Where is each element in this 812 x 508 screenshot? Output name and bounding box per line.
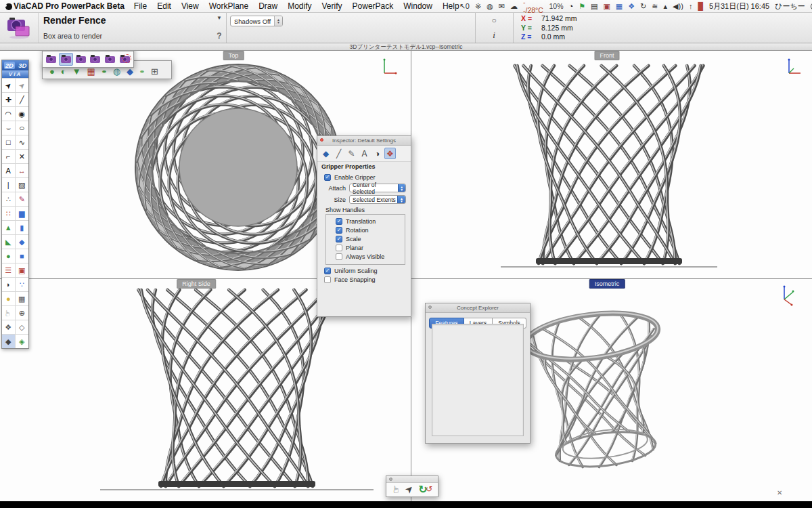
menu-workplane[interactable]: WorkPlane xyxy=(209,1,248,11)
dimension-tool[interactable]: ↔ xyxy=(16,163,29,177)
menubar-user-name[interactable]: ひーちー xyxy=(775,1,805,12)
menu-modify[interactable]: Modify xyxy=(288,1,311,11)
select-open-tool[interactable]: ➤ xyxy=(16,78,29,92)
viewport-label-right-side[interactable]: Right Side xyxy=(177,279,216,289)
ambient-light-icon[interactable]: ● xyxy=(49,67,55,76)
wireframe-view-tool[interactable]: ◇ xyxy=(16,320,29,334)
render-area-icon[interactable] xyxy=(118,53,132,66)
annotation-properties-icon[interactable]: ✎ xyxy=(346,148,357,159)
points-tool[interactable]: ∴ xyxy=(2,192,16,206)
view-palette-title-bar[interactable] xyxy=(386,476,438,483)
dropbox-icon[interactable]: ❖ xyxy=(628,3,635,10)
render-antialias-icon[interactable] xyxy=(103,53,117,66)
zoom-select-icon[interactable]: ➤ xyxy=(403,483,415,496)
kanji-app-icon[interactable]: ▣ xyxy=(603,3,610,10)
curve-tool[interactable]: ⌣ xyxy=(2,121,16,135)
enable-gripper-row[interactable]: ✓Enable Gripper xyxy=(324,174,411,181)
render-sphere-tool[interactable]: ● xyxy=(2,291,16,305)
pan-hand-icon[interactable]: ☞ xyxy=(391,485,401,494)
ime-app-icon[interactable]: ※ xyxy=(475,3,481,10)
stepper-icon[interactable]: ▲▼ xyxy=(274,16,282,26)
point-tool[interactable]: ✚ xyxy=(2,92,16,106)
text-properties-icon[interactable]: A xyxy=(359,148,370,159)
circle-app-icon[interactable]: ◔ xyxy=(569,3,574,10)
shadows-dropdown[interactable]: Shadows Off ▲▼ xyxy=(230,16,283,26)
sweep-tool[interactable]: ◆ xyxy=(16,234,29,249)
workplane-circle-button[interactable]: ○ xyxy=(491,16,496,25)
concept-explorer-list[interactable] xyxy=(432,324,524,436)
display-app-icon[interactable]: ▤ xyxy=(591,3,597,10)
wifi-icon[interactable]: ≋ xyxy=(652,3,658,10)
render-fence-tool-icon[interactable] xyxy=(0,13,39,43)
jp-flag-icon[interactable]: ▉ xyxy=(698,3,703,10)
viewport-label-top[interactable]: Top xyxy=(223,51,244,60)
shaded-view-tool[interactable]: ◆ xyxy=(2,334,16,348)
handle-scale-checkbox[interactable]: ✓ xyxy=(336,236,342,242)
globe-app-icon[interactable]: ◍ xyxy=(487,3,493,10)
handle-rotation-checkbox[interactable]: ✓ xyxy=(336,227,342,234)
close-icon[interactable] xyxy=(389,478,392,481)
cosm-grid-icon[interactable]: ⊞ xyxy=(151,67,158,76)
menu-draw[interactable]: Draw xyxy=(258,1,277,11)
pan-tool[interactable]: ☞ xyxy=(2,305,16,320)
render-view-tool[interactable]: ◈ xyxy=(16,334,29,348)
pattern-points-tool[interactable]: ∷ xyxy=(2,206,16,220)
arc-tool[interactable]: ◠ xyxy=(2,106,16,121)
circle-tool[interactable]: ◉ xyxy=(16,106,29,121)
render-settings-icon[interactable] xyxy=(74,53,88,66)
close-icon[interactable] xyxy=(320,138,323,142)
area-light-icon[interactable]: ▦ xyxy=(87,67,95,76)
render-screen-icon[interactable] xyxy=(89,53,103,66)
tiles-app-icon[interactable]: ▦ xyxy=(616,3,623,10)
lathe-tool[interactable]: ▲ xyxy=(2,220,16,234)
lamp-light-icon[interactable]: ◆ xyxy=(127,67,133,76)
surface-arrow-tool[interactable]: ◣ xyxy=(2,234,16,249)
collapse-arrow-icon[interactable]: ▼ xyxy=(217,15,222,21)
handle-planar-checkbox[interactable] xyxy=(336,245,342,251)
distant-light-icon[interactable]: ◐ xyxy=(61,67,66,76)
extrude-tool[interactable]: ▆ xyxy=(16,206,29,220)
menu-verify[interactable]: Verify xyxy=(322,1,342,11)
cylinder-tool[interactable]: ▮ xyxy=(16,220,29,234)
weather-status[interactable]: --/28°C xyxy=(523,0,543,14)
volume-icon[interactable]: ◀)) xyxy=(673,3,683,10)
point-light-icon[interactable]: ● xyxy=(102,69,107,75)
cube-tool[interactable]: ■ xyxy=(16,249,29,263)
stepper-icon[interactable]: ▲▼ xyxy=(398,184,405,192)
gripper-properties-icon[interactable]: ❖ xyxy=(384,148,396,159)
menu-help[interactable]: Help xyxy=(443,1,459,11)
face-snapping-row[interactable]: Face Snapping xyxy=(324,276,411,283)
handle-always-visible-row[interactable]: Always Visible xyxy=(336,253,405,260)
render-full-icon[interactable] xyxy=(44,53,58,66)
app-menu-title[interactable]: ViaCAD Pro PowerPack Beta xyxy=(14,1,125,11)
viewport-label-isometric[interactable]: Isometric xyxy=(589,279,625,289)
select-tool[interactable]: ➤ xyxy=(2,78,16,92)
hatch-tool[interactable]: ▨ xyxy=(16,177,29,192)
handle-translation-checkbox[interactable]: ✓ xyxy=(336,218,342,225)
rectangle-tool[interactable]: □ xyxy=(2,135,16,149)
messages-app-icon[interactable]: ✉ xyxy=(499,3,505,10)
concept-explorer-title-bar[interactable]: Concept Explorer xyxy=(426,303,530,313)
sphere-array-tool[interactable]: ∵ xyxy=(16,277,29,291)
dimension-properties-icon[interactable]: ◑ xyxy=(371,148,383,159)
stepper-icon[interactable]: ▲▼ xyxy=(397,196,405,203)
info-button[interactable]: i xyxy=(493,30,495,41)
tab-3d[interactable]: 3D xyxy=(18,62,26,69)
handle-planar-row[interactable]: Planar xyxy=(336,245,405,251)
handle-scale-row[interactable]: ✓Scale xyxy=(336,236,405,242)
spot-cone-icon[interactable]: ▼ xyxy=(72,67,81,76)
orbit-tool[interactable]: ❖ xyxy=(2,320,16,334)
time-machine-icon[interactable]: ↻ xyxy=(640,3,646,10)
handle-translation-row[interactable]: ✓Translation xyxy=(336,218,405,225)
enable-gripper-checkbox[interactable]: ✓ xyxy=(324,174,331,181)
battery-status[interactable]: 10% xyxy=(549,2,564,10)
ellipse-tool[interactable]: ○ xyxy=(16,121,29,135)
cursor-counter-icon[interactable]: ↖0 xyxy=(459,3,470,10)
viewport-label-front[interactable]: Front xyxy=(594,51,619,60)
flag-app-icon[interactable]: ⚑ xyxy=(579,3,585,10)
document-title-bar[interactable]: 3Dプリンターテストモデル1.vcp--Isometric xyxy=(0,43,812,51)
centerline-tool[interactable]: | xyxy=(2,177,16,192)
shell-tool[interactable]: ◗ xyxy=(2,277,16,291)
saucer-light-icon[interactable]: ● xyxy=(139,69,145,75)
uniform-scaling-row[interactable]: ✓Uniform Scaling xyxy=(324,268,411,274)
